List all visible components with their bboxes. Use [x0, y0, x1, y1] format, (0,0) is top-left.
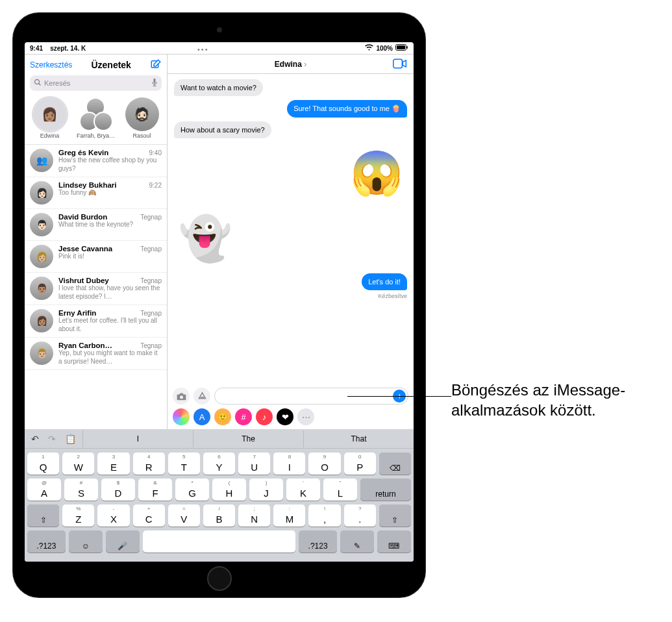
screen: 9:41 szept. 14. K 100% Szerkesztés Üzene	[25, 42, 414, 562]
app-store-button[interactable]	[193, 388, 210, 404]
conversation-title[interactable]: Edwina	[275, 60, 306, 69]
undo-icon[interactable]: ↶	[31, 434, 39, 444]
pinned-name: Edwina	[40, 132, 60, 139]
conv-time: 9:40	[149, 149, 162, 156]
key-u[interactable]: U7	[238, 453, 270, 475]
conversation-item[interactable]: 👩🏽 Erny ArifinTegnapLet's meet for coffe…	[25, 305, 167, 338]
conversation-header[interactable]: Edwina	[168, 55, 414, 74]
conv-time: Tegnap	[140, 214, 162, 221]
key-g[interactable]: G*	[175, 479, 209, 501]
avatar: 👥	[30, 149, 53, 172]
key-n[interactable]: N;	[238, 504, 270, 527]
key-space[interactable]	[143, 530, 295, 553]
key-s[interactable]: S#	[64, 479, 98, 501]
app-memoji-icon[interactable]: 🙂	[214, 408, 231, 425]
key-emoji[interactable]: ☺	[69, 530, 103, 553]
key-r[interactable]: R4	[133, 453, 165, 475]
clipboard-icon[interactable]: 📋	[65, 434, 76, 444]
message-sent[interactable]: Let's do it!	[362, 273, 407, 290]
pinned-contact[interactable]: 🧔🏻 Rasoul	[121, 97, 163, 139]
predict-word[interactable]: The	[193, 430, 303, 447]
app-digital-touch-icon[interactable]: ❤	[277, 408, 293, 425]
key-z[interactable]: Z%	[62, 504, 94, 527]
key-handwriting[interactable]: ✎	[340, 530, 374, 553]
search-input[interactable]: Keresés	[30, 75, 162, 91]
ipad-frame: 9:41 szept. 14. K 100% Szerkesztés Üzene	[13, 13, 425, 597]
facetime-button[interactable]	[393, 58, 407, 70]
key-t[interactable]: T5	[168, 453, 200, 475]
conversation-item[interactable]: 👩🏼 Jesse CavannaTegnapPink it is!	[25, 241, 167, 273]
app-more-icon[interactable]: ⋯	[297, 408, 314, 425]
compose-button[interactable]	[150, 58, 162, 71]
predict-word[interactable]: That	[303, 430, 414, 447]
key-y[interactable]: Y6	[203, 453, 235, 475]
key-shift[interactable]: ⇧	[27, 504, 59, 527]
conv-preview: I love that show, have you seen the late…	[58, 284, 162, 301]
conversation-item[interactable]: 👨🏻 David BurdonTegnapWhat time is the ke…	[25, 209, 167, 241]
key-period[interactable]: .?	[344, 504, 376, 527]
conversation-item[interactable]: 👨🏼 Ryan Carbon…TegnapYep, but you might …	[25, 338, 167, 370]
home-button[interactable]	[207, 566, 232, 591]
key-x[interactable]: X-	[97, 504, 129, 527]
key-hide-keyboard[interactable]: ⌨	[377, 530, 411, 553]
delivered-label: Kézbesítve	[378, 293, 407, 299]
message-sent[interactable]: Sure! That sounds good to me 🍿	[287, 100, 407, 117]
conversation-item[interactable]: 👥 Greg és Kevin9:40How's the new coffee …	[25, 145, 167, 177]
key-exclaim[interactable]: ,!	[308, 504, 340, 527]
dictate-icon[interactable]	[151, 78, 158, 88]
conversation-item[interactable]: 👩🏻 Lindsey Bukhari9:22Too funny 🙉	[25, 177, 167, 209]
avatar: 👩🏽	[30, 309, 53, 332]
avatar: 👨🏻	[30, 213, 53, 236]
key-p[interactable]: P0	[344, 453, 376, 475]
app-photos-icon[interactable]	[173, 408, 190, 425]
status-left: 9:41 szept. 14. K	[30, 45, 86, 52]
edit-button[interactable]: Szerkesztés	[30, 60, 72, 69]
memoji-sticker-scream[interactable]: 😱	[345, 142, 407, 204]
conv-name: Erny Arifin	[58, 309, 96, 317]
conversation-list[interactable]: 👥 Greg és Kevin9:40How's the new coffee …	[25, 145, 167, 429]
conv-time: Tegnap	[140, 277, 162, 284]
predict-word[interactable]: I	[82, 430, 193, 447]
key-q[interactable]: Q1	[27, 453, 59, 475]
key-shift[interactable]: ⇧	[379, 504, 411, 527]
message-list[interactable]: Want to watch a movie? Sure! That sounds…	[168, 74, 414, 385]
keyboard[interactable]: ↶ ↷ 📋 I The That Q1W2E3R4T5Y6U7I8O9P0⌫ A…	[25, 429, 414, 562]
camera-button[interactable]	[173, 388, 190, 404]
key-o[interactable]: O9	[308, 453, 340, 475]
key-d[interactable]: D$	[101, 479, 135, 501]
message-received[interactable]: Want to watch a movie?	[174, 79, 263, 96]
key-return[interactable]: return	[360, 479, 411, 501]
conv-name: Ryan Carbon…	[58, 342, 112, 349]
conv-preview: Pink it is!	[58, 253, 162, 261]
app-hashtag-icon[interactable]: #	[235, 408, 252, 425]
redo-icon[interactable]: ↷	[48, 434, 56, 444]
memoji-sticker-ghost[interactable]: 👻	[174, 208, 236, 269]
key-numbers[interactable]: .?123	[299, 530, 337, 553]
drag-handle-icon[interactable]: •••	[197, 45, 209, 53]
app-drawer[interactable]: A 🙂 # ♪ ❤ ⋯	[168, 407, 414, 429]
key-a[interactable]: A@	[27, 479, 61, 501]
key-v[interactable]: V=	[168, 504, 200, 527]
key-dictate[interactable]: 🎤	[106, 530, 140, 553]
key-f[interactable]: F&	[138, 479, 172, 501]
pinned-row: 👩🏽 Edwina Farrah, Brya… 🧔🏻 Rasoul	[25, 93, 167, 145]
app-music-icon[interactable]: ♪	[256, 408, 273, 425]
key-l[interactable]: L"	[323, 479, 357, 501]
key-m[interactable]: M:	[273, 504, 305, 527]
app-appstore-icon[interactable]: A	[193, 408, 210, 425]
key-e[interactable]: E3	[97, 453, 129, 475]
message-received[interactable]: How about a scary movie?	[174, 121, 271, 138]
pinned-contact[interactable]: Farrah, Brya…	[75, 97, 117, 139]
key-backspace[interactable]: ⌫	[379, 453, 411, 475]
sidebar: Szerkesztés Üzenetek Keresés	[25, 55, 168, 429]
key-b[interactable]: B/	[203, 504, 235, 527]
key-h[interactable]: H(	[212, 479, 246, 501]
key-k[interactable]: K'	[286, 479, 320, 501]
key-j[interactable]: J)	[249, 479, 283, 501]
key-w[interactable]: W2	[62, 453, 94, 475]
key-i[interactable]: I8	[273, 453, 305, 475]
pinned-contact[interactable]: 👩🏽 Edwina	[29, 97, 71, 139]
key-c[interactable]: C+	[133, 504, 165, 527]
key-numbers[interactable]: .?123	[27, 530, 66, 553]
conversation-item[interactable]: 👨🏽 Vishrut DubeyTegnapI love that show, …	[25, 273, 167, 305]
